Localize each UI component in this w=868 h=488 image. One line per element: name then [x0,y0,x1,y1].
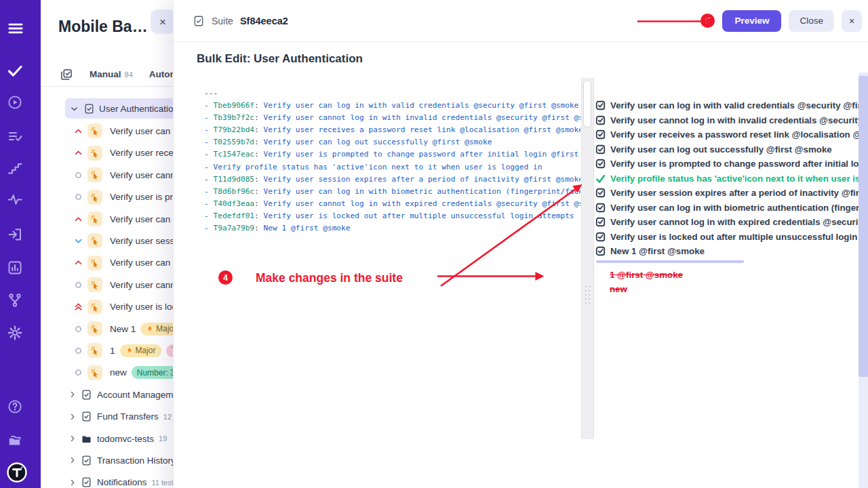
chev-right-icon [68,390,77,399]
tree-suite-row[interactable]: todomvc-tests19 [41,428,173,449]
tree-test-row[interactable]: 1MajorTodo [41,340,173,361]
annotation-label: Make changes in the suite [256,271,403,285]
tree-test-row[interactable]: Verify user receives a password reset li… [41,142,173,164]
prio-high-icon [73,258,83,268]
rail-branch-button[interactable] [7,290,34,310]
tree-suite-row[interactable]: Fund Transfers12 [41,406,173,428]
editor-scrollbar[interactable] [581,78,594,439]
pointer-icon [90,235,100,246]
preview-item-text: Verify user can log in with biometric au… [610,203,860,213]
user-avatar[interactable] [6,462,28,483]
preview-scrollbar-thumb[interactable] [859,76,868,377]
manual-test-icon [87,343,102,358]
pane-resize-handle[interactable] [584,285,592,305]
preview-item-text: Verify user cannot log in with invalid c… [610,115,860,125]
editor-line: - Verify profile status has 'active'icon… [204,161,580,174]
pointer-icon [90,279,100,290]
step-badge-5: 5 [701,14,715,28]
tree-test-row[interactable]: Verify user is locked out after multiple [41,296,173,318]
prio-normal-icon [73,280,83,290]
tree-suite-row[interactable]: Transaction History [41,449,173,471]
preview-item-text: Verify user can log in with valid creden… [610,100,860,110]
yaml-editor[interactable]: ---- Tbeb9066f: Verify user can log in w… [204,87,580,453]
editor-line: - Tc1547eac: Verify user is prompted to … [204,148,580,161]
checkbox-icon [595,129,606,140]
tree-test-row[interactable]: Verify user session expires after a peri… [41,230,173,251]
suite-doc-icon [81,389,92,401]
checkbox-icon [595,159,606,169]
editor-line: - T11d9d085: Verify user session expires… [204,174,580,186]
prio-normal-icon [73,170,83,180]
rail-list-check-button[interactable] [7,126,34,146]
badge-major: Major [140,323,173,336]
preview-item: Verify user can log in with biometric au… [595,201,860,216]
tree-suite-row[interactable]: Notifications11 tests [41,472,173,488]
modal-title: Bulk Edit: User Authentication [197,52,363,66]
rail-login-button[interactable] [7,224,34,245]
tree-test-row[interactable]: New 1Major [41,318,173,340]
folders-icon [7,432,23,449]
chev-right-icon [68,434,77,443]
tree-suite-selected[interactable]: User Authentication [65,98,173,119]
preview-item: Verify user session expires after a peri… [595,186,860,201]
rail-help-button[interactable] [7,396,34,417]
login-icon [7,226,23,243]
preview-item: New 1 @first @smoke [595,244,860,259]
badge-todo: Todo [166,344,173,357]
badge-major: Major [120,344,161,357]
rail-bar-chart-button[interactable] [7,258,34,278]
editor-line: - T9a7a79b9: New 1 @first @smoke [204,222,580,235]
test-label: Verify user can log in with biometric au… [110,258,173,268]
list-check-icon [7,128,23,144]
test-label: Verify user can log in with valid creden… [110,126,173,136]
rail-menu-button[interactable] [7,18,34,39]
suite-label: User Authentication [99,104,173,114]
manual-test-icon [87,233,102,248]
tree-test-row[interactable]: Verify user can log in with biometric au… [41,252,173,274]
steps-icon [7,160,23,176]
suite-doc-icon [193,15,205,27]
bar-chart-icon [7,260,23,276]
flame-icon [146,325,154,333]
test-label: New 1 [110,324,136,334]
rail-gear-button[interactable] [7,323,34,343]
chev-right-icon [68,478,77,487]
pointer-icon [90,169,100,180]
close-button[interactable]: Close [789,10,834,32]
tree-test-row[interactable]: Verify user is prompted to change passwo… [41,186,173,208]
test-tree: User AuthenticationVerify user can log i… [41,0,173,488]
rail-pulse-button[interactable] [7,189,34,209]
tree-test-row[interactable]: Verify user cannot log in with invalid c… [41,164,173,186]
tree-test-row[interactable]: Verify user can log in with valid creden… [41,120,173,142]
editor-scrollbar-thumb[interactable] [583,80,591,127]
preview-item-text: Verify user session expires after a peri… [610,188,860,198]
pointer-icon [90,302,100,312]
prio-low-icon [73,236,83,246]
pointer-icon [90,323,100,334]
chev-down-icon [69,104,79,114]
checkbox-icon [595,100,606,110]
preview-scrollbar[interactable] [859,73,868,488]
preview-button[interactable]: Preview [722,10,781,32]
modal-x-button[interactable]: × [842,10,862,32]
manual-test-icon [87,167,102,182]
rail-check-button[interactable] [7,60,34,81]
tree-test-row[interactable]: newNumber: 3 [41,362,173,384]
tree-test-row[interactable]: Verify user cannot log in with expired c… [41,274,173,296]
rail-steps-button[interactable] [7,158,34,178]
tree-suite-row[interactable]: Account Management [41,384,173,405]
prio-normal-icon [73,192,83,202]
checkbox-icon [595,115,606,125]
rail-folders-button[interactable] [7,430,34,451]
preview-item: Verify user cannot log in with expired c… [595,215,860,230]
diff-divider [596,260,744,263]
suite-label: Account Management [97,390,173,400]
editor-line: - Tbeb9066f: Verify user can log in with… [204,100,580,112]
preview-item-text: Verify user receives a password reset li… [610,129,860,140]
tree-test-row[interactable]: Verify user can log out successfully [41,208,173,230]
suite-count: 11 tests [152,479,173,487]
suite-id: Sf84eeca2 [240,16,288,26]
pointer-icon [90,367,100,378]
rail-play-button[interactable] [7,92,34,113]
badge-number: Number: 3 [132,366,173,379]
